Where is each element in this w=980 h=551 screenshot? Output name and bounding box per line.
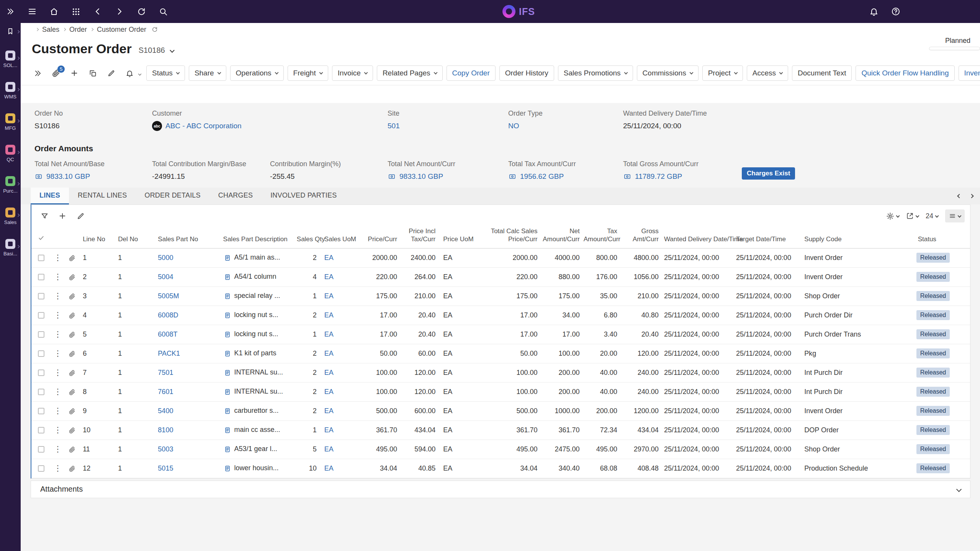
attachments-paperclip-icon[interactable]: 5: [48, 65, 64, 81]
cell-sales-uom-link[interactable]: EA: [324, 292, 334, 300]
page-size-selector[interactable]: 24: [926, 212, 938, 220]
column-select-all[interactable]: [31, 227, 51, 248]
sidebar-expand-icon[interactable]: [2, 3, 19, 20]
column-status[interactable]: Status: [915, 227, 970, 248]
search-icon[interactable]: [155, 3, 172, 20]
command-button[interactable]: Copy Order: [447, 65, 496, 81]
column-sales-part-no[interactable]: Sales Part No: [155, 227, 220, 248]
column-tax-amount[interactable]: TaxAmount/Curr: [581, 227, 618, 248]
row-checkbox[interactable]: [38, 312, 44, 319]
sidebar-item-bookmarks[interactable]: [0, 28, 21, 35]
row-menu-kebab-icon[interactable]: ⋮: [54, 445, 62, 453]
record-selector-caret-icon[interactable]: [170, 47, 174, 53]
sidebar-item[interactable]: WMS: [0, 82, 21, 100]
row-menu-kebab-icon[interactable]: ⋮: [54, 406, 62, 415]
row-checkbox[interactable]: [38, 389, 44, 395]
command-button[interactable]: Related Pages: [377, 65, 443, 81]
command-button[interactable]: Freight: [288, 65, 328, 81]
breadcrumb-refresh-icon[interactable]: [152, 26, 158, 33]
part-description-document-icon[interactable]: [224, 388, 231, 396]
cell-part-no-link[interactable]: 6008T: [158, 330, 177, 338]
refresh-icon[interactable]: [133, 3, 150, 20]
notifications-bell-icon[interactable]: [865, 3, 882, 20]
field-value[interactable]: 9833.10 GBP: [46, 172, 90, 181]
command-button[interactable]: Status: [146, 65, 185, 81]
part-description-document-icon[interactable]: [224, 464, 231, 473]
part-description-document-icon[interactable]: [224, 369, 231, 377]
row-attachment-paperclip-icon[interactable]: [69, 331, 75, 338]
row-attachment-paperclip-icon[interactable]: [69, 350, 75, 357]
cell-part-no-link[interactable]: 5004: [158, 273, 173, 281]
row-menu-kebab-icon[interactable]: ⋮: [54, 330, 62, 338]
bell-caret-icon[interactable]: [139, 70, 141, 77]
command-button[interactable]: Quick Order Flow Handling: [856, 65, 954, 81]
cell-part-no-link[interactable]: 7501: [158, 369, 173, 376]
duplicate-icon[interactable]: [85, 65, 100, 81]
cell-sales-uom-link[interactable]: EA: [324, 464, 334, 472]
tab[interactable]: INVOLVED PARTIES: [262, 188, 345, 204]
field-value[interactable]: 1956.62 GBP: [520, 172, 564, 181]
part-description-document-icon[interactable]: [224, 311, 231, 319]
cell-sales-uom-link[interactable]: EA: [324, 426, 334, 434]
row-checkbox[interactable]: [38, 293, 44, 299]
cell-part-no-link[interactable]: 8100: [158, 426, 173, 434]
cell-sales-uom-link[interactable]: EA: [324, 350, 334, 357]
cell-sales-uom-link[interactable]: EA: [324, 407, 334, 415]
row-checkbox[interactable]: [38, 427, 44, 433]
part-description-document-icon[interactable]: [224, 426, 231, 434]
row-menu-kebab-icon[interactable]: ⋮: [54, 368, 62, 377]
cell-part-no-link[interactable]: 5400: [158, 407, 173, 415]
command-button[interactable]: Document Text: [792, 65, 852, 81]
view-mode-selector[interactable]: [945, 209, 965, 222]
cell-sales-uom-link[interactable]: EA: [324, 254, 334, 262]
charges-exist-button[interactable]: Charges Exist: [742, 167, 795, 180]
apps-grid-icon[interactable]: [67, 3, 84, 20]
part-description-document-icon[interactable]: [224, 407, 231, 415]
row-checkbox[interactable]: [38, 274, 44, 280]
subscribe-bell-icon[interactable]: [122, 65, 137, 81]
breadcrumb-link[interactable]: Order: [69, 26, 87, 34]
cell-sales-uom-link[interactable]: EA: [324, 273, 334, 281]
cell-sales-uom-link[interactable]: EA: [324, 311, 334, 319]
column-line-no[interactable]: Line No: [80, 227, 113, 248]
cell-part-no-link[interactable]: 5005M: [158, 292, 179, 300]
edit-pencil-icon[interactable]: [103, 65, 119, 81]
sidebar-item[interactable]: Sales: [0, 208, 21, 225]
command-button[interactable]: Invoice: [332, 65, 373, 81]
row-menu-kebab-icon[interactable]: ⋮: [54, 349, 62, 358]
column-net-amount[interactable]: NetAmount/Curr: [538, 227, 581, 248]
row-menu-kebab-icon[interactable]: ⋮: [54, 464, 62, 473]
menu-icon[interactable]: [24, 3, 41, 20]
sidebar-item[interactable]: QC: [0, 145, 21, 162]
row-attachment-paperclip-icon[interactable]: [69, 293, 75, 300]
row-checkbox[interactable]: [38, 446, 44, 453]
row-menu-kebab-icon[interactable]: ⋮: [54, 387, 62, 396]
column-target-date[interactable]: Target Date/Time: [731, 227, 800, 248]
column-wanted-delivery[interactable]: Wanted Delivery Date/Time: [659, 227, 731, 248]
row-attachment-paperclip-icon[interactable]: [69, 312, 75, 319]
command-button[interactable]: Order History: [499, 65, 554, 81]
cell-part-no-link[interactable]: PACK1: [158, 350, 180, 357]
column-gross-amount[interactable]: GrossAmt/Curr: [618, 227, 659, 248]
expand-toolbar-icon[interactable]: [30, 65, 45, 81]
command-button[interactable]: Sales Promotions: [558, 65, 633, 81]
add-icon[interactable]: [67, 65, 82, 81]
row-attachment-paperclip-icon[interactable]: [69, 370, 75, 376]
part-description-document-icon[interactable]: [224, 350, 231, 358]
field-value[interactable]: 11789.72 GBP: [635, 172, 682, 181]
command-button[interactable]: Operations: [230, 65, 284, 81]
row-attachment-paperclip-icon[interactable]: [69, 389, 75, 396]
attachments-expand-chevron-icon[interactable]: [957, 487, 961, 491]
cell-sales-uom-link[interactable]: EA: [324, 388, 334, 396]
forward-icon[interactable]: [111, 3, 128, 20]
row-checkbox[interactable]: [38, 255, 44, 261]
field-value[interactable]: ABC - ABC Corporation: [165, 122, 242, 130]
add-line-icon[interactable]: [55, 208, 70, 224]
part-description-document-icon[interactable]: [224, 254, 231, 262]
filter-funnel-icon[interactable]: [37, 208, 52, 224]
edit-line-icon[interactable]: [73, 208, 88, 224]
cell-sales-uom-link[interactable]: EA: [324, 330, 334, 338]
row-attachment-paperclip-icon[interactable]: [69, 465, 75, 472]
cell-part-no-link[interactable]: 5015: [158, 464, 173, 472]
command-button[interactable]: Commissions: [637, 65, 699, 81]
